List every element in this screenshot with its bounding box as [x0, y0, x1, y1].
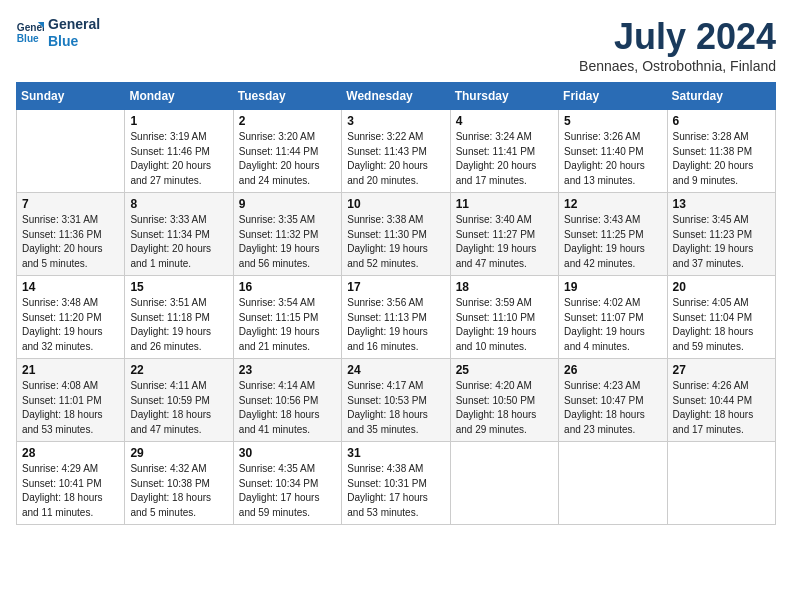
day-info: Sunrise: 3:31 AM Sunset: 11:36 PM Daylig… — [22, 213, 119, 271]
day-info: Sunrise: 3:38 AM Sunset: 11:30 PM Daylig… — [347, 213, 444, 271]
day-cell: 7Sunrise: 3:31 AM Sunset: 11:36 PM Dayli… — [17, 193, 125, 276]
logo-icon: General Blue — [16, 19, 44, 47]
day-header: Monday — [125, 83, 233, 110]
day-cell: 8Sunrise: 3:33 AM Sunset: 11:34 PM Dayli… — [125, 193, 233, 276]
day-info: Sunrise: 4:17 AM Sunset: 10:53 PM Daylig… — [347, 379, 444, 437]
month-title: July 2024 — [579, 16, 776, 58]
day-info: Sunrise: 3:28 AM Sunset: 11:38 PM Daylig… — [673, 130, 770, 188]
day-cell — [667, 442, 775, 525]
week-row: 7Sunrise: 3:31 AM Sunset: 11:36 PM Dayli… — [17, 193, 776, 276]
day-info: Sunrise: 4:32 AM Sunset: 10:38 PM Daylig… — [130, 462, 227, 520]
day-cell: 18Sunrise: 3:59 AM Sunset: 11:10 PM Dayl… — [450, 276, 558, 359]
day-number: 31 — [347, 446, 444, 460]
logo: General Blue General Blue — [16, 16, 100, 50]
svg-text:Blue: Blue — [17, 33, 39, 44]
day-info: Sunrise: 3:59 AM Sunset: 11:10 PM Daylig… — [456, 296, 553, 354]
calendar-header: SundayMondayTuesdayWednesdayThursdayFrid… — [17, 83, 776, 110]
day-number: 1 — [130, 114, 227, 128]
day-number: 12 — [564, 197, 661, 211]
day-cell: 19Sunrise: 4:02 AM Sunset: 11:07 PM Dayl… — [559, 276, 667, 359]
day-info: Sunrise: 3:45 AM Sunset: 11:23 PM Daylig… — [673, 213, 770, 271]
week-row: 21Sunrise: 4:08 AM Sunset: 11:01 PM Dayl… — [17, 359, 776, 442]
day-cell: 15Sunrise: 3:51 AM Sunset: 11:18 PM Dayl… — [125, 276, 233, 359]
day-number: 4 — [456, 114, 553, 128]
day-cell: 30Sunrise: 4:35 AM Sunset: 10:34 PM Dayl… — [233, 442, 341, 525]
day-info: Sunrise: 3:24 AM Sunset: 11:41 PM Daylig… — [456, 130, 553, 188]
day-info: Sunrise: 3:56 AM Sunset: 11:13 PM Daylig… — [347, 296, 444, 354]
day-info: Sunrise: 3:33 AM Sunset: 11:34 PM Daylig… — [130, 213, 227, 271]
day-info: Sunrise: 3:43 AM Sunset: 11:25 PM Daylig… — [564, 213, 661, 271]
day-header: Wednesday — [342, 83, 450, 110]
day-number: 22 — [130, 363, 227, 377]
day-info: Sunrise: 3:35 AM Sunset: 11:32 PM Daylig… — [239, 213, 336, 271]
day-header: Tuesday — [233, 83, 341, 110]
day-cell: 12Sunrise: 3:43 AM Sunset: 11:25 PM Dayl… — [559, 193, 667, 276]
day-header: Saturday — [667, 83, 775, 110]
day-cell: 20Sunrise: 4:05 AM Sunset: 11:04 PM Dayl… — [667, 276, 775, 359]
day-cell: 4Sunrise: 3:24 AM Sunset: 11:41 PM Dayli… — [450, 110, 558, 193]
day-number: 20 — [673, 280, 770, 294]
day-number: 28 — [22, 446, 119, 460]
day-cell — [559, 442, 667, 525]
day-info: Sunrise: 4:23 AM Sunset: 10:47 PM Daylig… — [564, 379, 661, 437]
title-block: July 2024 Bennaes, Ostrobothnia, Finland — [579, 16, 776, 74]
day-cell — [450, 442, 558, 525]
day-cell: 22Sunrise: 4:11 AM Sunset: 10:59 PM Dayl… — [125, 359, 233, 442]
day-cell: 2Sunrise: 3:20 AM Sunset: 11:44 PM Dayli… — [233, 110, 341, 193]
day-number: 27 — [673, 363, 770, 377]
day-number: 3 — [347, 114, 444, 128]
day-number: 5 — [564, 114, 661, 128]
day-number: 9 — [239, 197, 336, 211]
day-cell: 25Sunrise: 4:20 AM Sunset: 10:50 PM Dayl… — [450, 359, 558, 442]
day-number: 23 — [239, 363, 336, 377]
day-number: 29 — [130, 446, 227, 460]
day-cell: 11Sunrise: 3:40 AM Sunset: 11:27 PM Dayl… — [450, 193, 558, 276]
day-info: Sunrise: 4:35 AM Sunset: 10:34 PM Daylig… — [239, 462, 336, 520]
logo-line1: General — [48, 16, 100, 33]
day-cell: 28Sunrise: 4:29 AM Sunset: 10:41 PM Dayl… — [17, 442, 125, 525]
calendar-body: 1Sunrise: 3:19 AM Sunset: 11:46 PM Dayli… — [17, 110, 776, 525]
day-number: 7 — [22, 197, 119, 211]
calendar: SundayMondayTuesdayWednesdayThursdayFrid… — [16, 82, 776, 525]
day-cell: 16Sunrise: 3:54 AM Sunset: 11:15 PM Dayl… — [233, 276, 341, 359]
day-cell: 3Sunrise: 3:22 AM Sunset: 11:43 PM Dayli… — [342, 110, 450, 193]
day-cell: 13Sunrise: 3:45 AM Sunset: 11:23 PM Dayl… — [667, 193, 775, 276]
day-info: Sunrise: 4:38 AM Sunset: 10:31 PM Daylig… — [347, 462, 444, 520]
day-info: Sunrise: 4:11 AM Sunset: 10:59 PM Daylig… — [130, 379, 227, 437]
day-cell: 21Sunrise: 4:08 AM Sunset: 11:01 PM Dayl… — [17, 359, 125, 442]
day-number: 16 — [239, 280, 336, 294]
day-cell: 17Sunrise: 3:56 AM Sunset: 11:13 PM Dayl… — [342, 276, 450, 359]
day-info: Sunrise: 4:26 AM Sunset: 10:44 PM Daylig… — [673, 379, 770, 437]
day-number: 6 — [673, 114, 770, 128]
day-info: Sunrise: 3:22 AM Sunset: 11:43 PM Daylig… — [347, 130, 444, 188]
day-cell: 31Sunrise: 4:38 AM Sunset: 10:31 PM Dayl… — [342, 442, 450, 525]
day-cell: 27Sunrise: 4:26 AM Sunset: 10:44 PM Dayl… — [667, 359, 775, 442]
day-info: Sunrise: 3:19 AM Sunset: 11:46 PM Daylig… — [130, 130, 227, 188]
day-cell: 10Sunrise: 3:38 AM Sunset: 11:30 PM Dayl… — [342, 193, 450, 276]
week-row: 28Sunrise: 4:29 AM Sunset: 10:41 PM Dayl… — [17, 442, 776, 525]
location: Bennaes, Ostrobothnia, Finland — [579, 58, 776, 74]
day-info: Sunrise: 4:20 AM Sunset: 10:50 PM Daylig… — [456, 379, 553, 437]
week-row: 14Sunrise: 3:48 AM Sunset: 11:20 PM Dayl… — [17, 276, 776, 359]
day-cell: 6Sunrise: 3:28 AM Sunset: 11:38 PM Dayli… — [667, 110, 775, 193]
day-cell: 24Sunrise: 4:17 AM Sunset: 10:53 PM Dayl… — [342, 359, 450, 442]
day-number: 24 — [347, 363, 444, 377]
header-row: SundayMondayTuesdayWednesdayThursdayFrid… — [17, 83, 776, 110]
day-info: Sunrise: 3:51 AM Sunset: 11:18 PM Daylig… — [130, 296, 227, 354]
day-info: Sunrise: 3:54 AM Sunset: 11:15 PM Daylig… — [239, 296, 336, 354]
day-number: 17 — [347, 280, 444, 294]
day-info: Sunrise: 3:26 AM Sunset: 11:40 PM Daylig… — [564, 130, 661, 188]
day-number: 19 — [564, 280, 661, 294]
day-header: Sunday — [17, 83, 125, 110]
day-number: 10 — [347, 197, 444, 211]
day-cell: 23Sunrise: 4:14 AM Sunset: 10:56 PM Dayl… — [233, 359, 341, 442]
day-info: Sunrise: 4:08 AM Sunset: 11:01 PM Daylig… — [22, 379, 119, 437]
day-info: Sunrise: 3:48 AM Sunset: 11:20 PM Daylig… — [22, 296, 119, 354]
day-header: Friday — [559, 83, 667, 110]
day-number: 26 — [564, 363, 661, 377]
day-cell — [17, 110, 125, 193]
day-cell: 5Sunrise: 3:26 AM Sunset: 11:40 PM Dayli… — [559, 110, 667, 193]
day-header: Thursday — [450, 83, 558, 110]
day-number: 2 — [239, 114, 336, 128]
day-number: 25 — [456, 363, 553, 377]
